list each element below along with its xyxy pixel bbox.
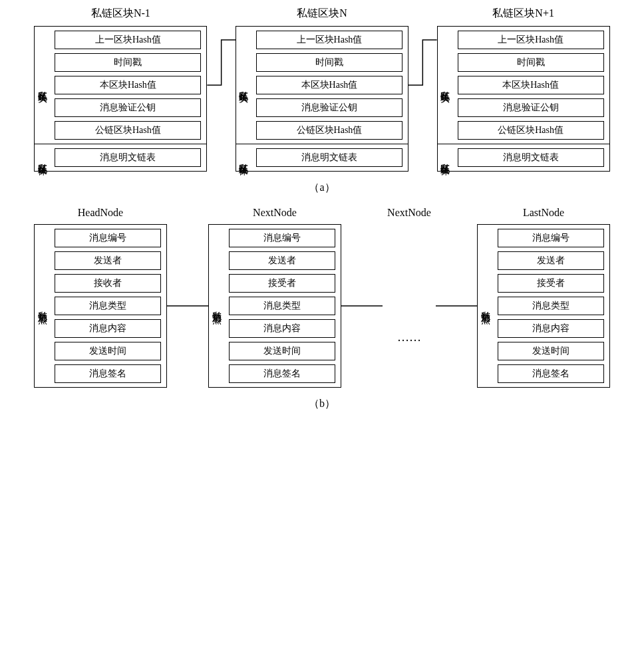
node-column: NextNode…… [383, 207, 436, 344]
field-item: 时间戳 [256, 53, 402, 72]
node-fields: 消息编号发送者接受者消息类型消息内容发送时间消息签名 [492, 225, 609, 387]
node-title: NextNode [387, 207, 431, 219]
field-item: 接受者 [229, 274, 335, 293]
field-item: 发送时间 [229, 342, 335, 360]
node-fields: 消息编号发送者接收者消息类型消息内容发送时间消息签名 [49, 225, 166, 387]
field-item: 公链区块Hash值 [458, 121, 604, 140]
field-item: 发送者 [498, 251, 604, 270]
field-item: 消息验证公钥 [256, 98, 402, 117]
node-block: 私链消息节点消息编号发送者接受者消息类型消息内容发送时间消息签名 [477, 224, 610, 388]
header-side-label: 私链区块头 [438, 27, 452, 144]
field-item: 本区块Hash值 [256, 76, 402, 94]
field-item: 消息类型 [498, 297, 604, 315]
header-side-label: 私链区块头 [35, 27, 49, 144]
field-item: 本区块Hash值 [55, 76, 201, 94]
node-title: NextNode [253, 207, 297, 219]
field-item: 消息类型 [229, 297, 335, 315]
node-column: NextNode私链消息节点消息编号发送者接受者消息类型消息内容发送时间消息签名 [208, 207, 341, 388]
field-item: 消息签名 [229, 364, 335, 383]
body-fields: 消息明文链表 [251, 144, 408, 171]
block-column: 私链区块N私链区块头上一区块Hash值时间戳本区块Hash值消息验证公钥公链区块… [236, 7, 408, 172]
node-column: HeadNode私链消息节点消息编号发送者接收者消息类型消息内容发送时间消息签名 [34, 207, 167, 388]
block-header: 私链区块头上一区块Hash值时间戳本区块Hash值消息验证公钥公链区块Hash值 [34, 26, 207, 144]
node-fields: 消息编号发送者接受者消息类型消息内容发送时间消息签名 [224, 225, 341, 387]
field-item: 时间戳 [458, 53, 604, 72]
field-item: 消息编号 [229, 229, 335, 247]
header-fields: 上一区块Hash值时间戳本区块Hash值消息验证公钥公链区块Hash值 [251, 27, 408, 144]
diagram-a-row: 私链区块N-1私链区块头上一区块Hash值时间戳本区块Hash值消息验证公钥公链… [0, 7, 644, 172]
field-item: 消息验证公钥 [458, 98, 604, 117]
node-title: LastNode [523, 207, 564, 219]
field-item: 上一区块Hash值 [55, 31, 201, 49]
node-side-label: 私链消息节点 [35, 225, 49, 387]
node-title: HeadNode [78, 207, 123, 219]
body-side-label: 私链区块体 [438, 144, 452, 171]
field-item: 公链区块Hash值 [55, 121, 201, 140]
header-side-label: 私链区块头 [236, 27, 251, 144]
field-item: 接受者 [498, 274, 604, 293]
block-title: 私链区块N [297, 7, 347, 21]
caption-a: （a） [0, 181, 644, 195]
block-header: 私链区块头上一区块Hash值时间戳本区块Hash值消息验证公钥公链区块Hash值 [236, 26, 408, 144]
node-side-label: 私链消息节点 [478, 225, 492, 387]
field-item: 时间戳 [55, 53, 201, 72]
field-item: 消息签名 [498, 364, 604, 383]
block-header: 私链区块头上一区块Hash值时间戳本区块Hash值消息验证公钥公链区块Hash值 [437, 26, 610, 144]
field-item: 消息类型 [55, 297, 161, 315]
block-title: 私链区块N+1 [492, 7, 554, 21]
field-item: 消息内容 [55, 319, 161, 338]
field-item: 消息编号 [55, 229, 161, 247]
field-item: 消息内容 [229, 319, 335, 338]
block-column: 私链区块N+1私链区块头上一区块Hash值时间戳本区块Hash值消息验证公钥公链… [437, 7, 610, 172]
field-item: 发送者 [55, 251, 161, 270]
ellipsis: …… [397, 331, 421, 344]
field-item: 公链区块Hash值 [256, 121, 402, 140]
field-item: 发送者 [229, 251, 335, 270]
field-item: 消息编号 [498, 229, 604, 247]
field-item: 消息签名 [55, 364, 161, 383]
caption-b: （b） [0, 397, 644, 411]
header-fields: 上一区块Hash值时间戳本区块Hash值消息验证公钥公链区块Hash值 [452, 27, 609, 144]
block-body: 私链区块体消息明文链表 [236, 144, 408, 172]
field-item: 消息内容 [498, 319, 604, 338]
field-item: 本区块Hash值 [458, 76, 604, 94]
node-block: 私链消息节点消息编号发送者接收者消息类型消息内容发送时间消息签名 [34, 224, 167, 388]
diagram-b-row: HeadNode私链消息节点消息编号发送者接收者消息类型消息内容发送时间消息签名… [0, 207, 644, 388]
block-column: 私链区块N-1私链区块头上一区块Hash值时间戳本区块Hash值消息验证公钥公链… [34, 7, 207, 172]
field-item: 消息验证公钥 [55, 98, 201, 117]
field-item: 发送时间 [55, 342, 161, 360]
field-item: 消息明文链表 [55, 148, 201, 167]
block-title: 私链区块N-1 [91, 7, 150, 21]
body-fields: 消息明文链表 [49, 144, 206, 171]
field-item: 发送时间 [498, 342, 604, 360]
body-fields: 消息明文链表 [452, 144, 609, 171]
block-body: 私链区块体消息明文链表 [34, 144, 207, 172]
field-item: 消息明文链表 [256, 148, 402, 167]
field-item: 接收者 [55, 274, 161, 293]
header-fields: 上一区块Hash值时间戳本区块Hash值消息验证公钥公链区块Hash值 [49, 27, 206, 144]
body-side-label: 私链区块体 [35, 144, 49, 171]
field-item: 消息明文链表 [458, 148, 604, 167]
field-item: 上一区块Hash值 [256, 31, 402, 49]
field-item: 上一区块Hash值 [458, 31, 604, 49]
diagram-container: 私链区块N-1私链区块头上一区块Hash值时间戳本区块Hash值消息验证公钥公链… [0, 7, 644, 411]
node-block: 私链消息节点消息编号发送者接受者消息类型消息内容发送时间消息签名 [208, 224, 341, 388]
body-side-label: 私链区块体 [236, 144, 251, 171]
block-body: 私链区块体消息明文链表 [437, 144, 610, 172]
node-column: LastNode私链消息节点消息编号发送者接受者消息类型消息内容发送时间消息签名 [477, 207, 610, 388]
node-side-label: 私链消息节点 [209, 225, 224, 387]
